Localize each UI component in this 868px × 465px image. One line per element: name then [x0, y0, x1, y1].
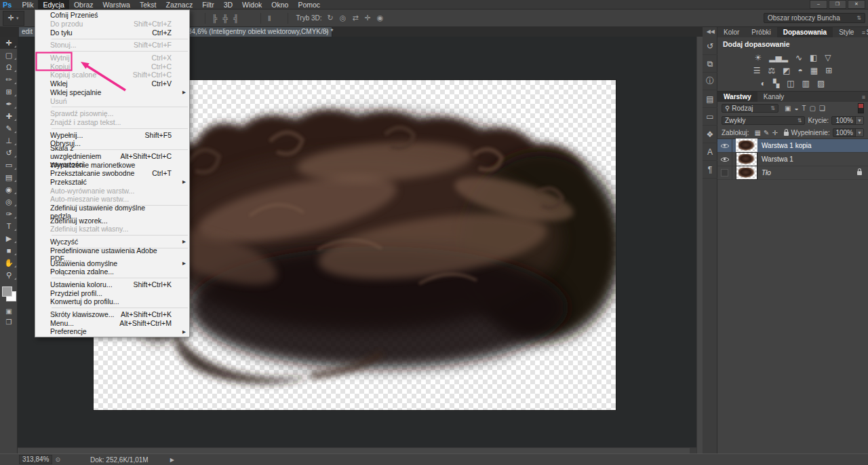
jasnosc-kontrast-icon[interactable]: ☀ — [754, 53, 762, 62]
hand-tool[interactable]: ✋ — [0, 257, 18, 269]
edit-menu-item[interactable]: Skróty klawiszowe... Alt+Shift+Ctrl+K ▶ — [35, 310, 189, 319]
horizontal-scrollbar[interactable] — [18, 447, 696, 453]
edit-menu-item[interactable]: Wypaczenie marionetkowe ▶ — [35, 160, 189, 169]
workspace-dropdown[interactable]: Obszar roboczy Buncha ⇅ — [764, 13, 865, 23]
edit-menu-item[interactable]: Wytnij Ctrl+X ▶ — [35, 54, 189, 62]
fill-field[interactable]: 100% ▼ — [833, 128, 864, 137]
crop-tool[interactable]: ⊞ — [0, 86, 18, 98]
barwa-nasycenie-icon[interactable]: ☰ — [753, 66, 761, 75]
odwroc-icon[interactable]: ◐ — [761, 79, 766, 88]
dodge-tool[interactable]: ◎ — [0, 196, 18, 208]
edit-menu-item[interactable]: Ustawienia koloru... Shift+Ctrl+K ▶ — [35, 280, 189, 289]
path-selection-tool[interactable]: ▶ — [0, 232, 18, 244]
menubar-item[interactable]: Obraz — [69, 0, 98, 10]
edit-menu-item[interactable]: Wklej specjalnie ▶ — [35, 88, 189, 97]
edit-menu-item[interactable]: Sprawdź pisownię... ▶ — [35, 109, 189, 118]
ekspozycja-icon[interactable]: ◧ — [810, 53, 817, 62]
healing-brush-tool[interactable]: ✚ — [0, 110, 18, 122]
shape-tool[interactable]: ■ — [0, 244, 18, 257]
menubar-item[interactable]: Filtr — [197, 0, 219, 10]
tab-close-icon[interactable]: × — [325, 27, 328, 37]
menubar-item[interactable]: Zaznacz — [161, 0, 197, 10]
filter-toggle-switch[interactable] — [858, 103, 864, 113]
jaskrawosc-icon[interactable]: ▽ — [825, 53, 831, 62]
panel-tab[interactable]: Próbki — [745, 27, 776, 37]
panel-menu-icon[interactable]: ≡ — [862, 94, 865, 100]
historia-icon[interactable]: ↺ — [703, 37, 717, 55]
layer-row[interactable]: Tło — [717, 166, 868, 180]
lock-all-icon[interactable] — [784, 132, 789, 136]
close-icon[interactable]: ✕ — [848, 0, 865, 9]
blur-tool[interactable]: ◉ — [0, 183, 18, 196]
edit-menu-item[interactable]: Usuń ▶ — [35, 96, 189, 105]
menubar-item[interactable]: Pomoc — [293, 0, 325, 10]
type-tool[interactable]: T — [0, 220, 18, 232]
edit-menu-item[interactable]: Auto-mieszanie warstw... ▶ — [35, 195, 189, 204]
filtr-fotograficzny-icon[interactable]: ◓ — [798, 66, 803, 75]
wyszukiwanie-kolorow-icon[interactable]: ⊞ — [825, 66, 832, 75]
edit-menu-item[interactable]: Znajdź i zastąp tekst... ▶ — [35, 118, 189, 127]
layer-filter-dropdown[interactable]: ⚲ Rodzaj ⇅ — [722, 104, 778, 113]
visibility-toggle[interactable] — [717, 166, 732, 179]
visibility-toggle[interactable] — [717, 139, 732, 152]
opacity-field[interactable]: 100% ▼ — [831, 116, 864, 125]
panel-tab[interactable]: Kolor — [717, 27, 745, 37]
edit-menu-item[interactable]: Zdefiniuj wzorek... ▶ — [35, 216, 189, 225]
mode-3d-icon[interactable]: ✛ — [365, 14, 371, 22]
history-brush-tool[interactable]: ↺ — [0, 147, 18, 159]
distribute-icon[interactable]: ╣ — [233, 14, 239, 22]
histogram-icon[interactable]: ▤ — [703, 90, 717, 108]
balans-kolorow-icon[interactable]: ⚖ — [768, 66, 776, 75]
filtr-dopasowania-icon[interactable]: ◒ — [794, 105, 798, 112]
edit-menu-item[interactable]: Przekształcanie swobodne Ctrl+T ▶ — [35, 169, 189, 178]
panel-tab[interactable]: Dopasowania — [777, 27, 833, 37]
distribute-icon[interactable]: ╬ — [222, 14, 228, 22]
pen-tool[interactable]: ✑ — [0, 208, 18, 220]
edit-menu-item[interactable]: Połączenia zdalne... ▶ — [35, 267, 189, 276]
edit-menu-item[interactable]: Menu... Alt+Shift+Ctrl+M ▶ — [35, 318, 189, 327]
blend-mode-dropdown[interactable]: Zwykły ⇅ — [722, 116, 805, 125]
edit-menu-item[interactable]: Przydziel profil... ▶ — [35, 289, 189, 297]
edit-menu-item[interactable]: Do tyłu Ctrl+Z ▶ — [35, 28, 189, 37]
visibility-toggle[interactable] — [717, 153, 732, 166]
panel-menu-icon[interactable]: ≡ — [862, 29, 865, 36]
prog-icon[interactable]: ◫ — [787, 79, 794, 88]
edit-menu-item[interactable]: Predefiniowane ustawienia Adobe PDF... ▶ — [35, 250, 189, 259]
distribute-icon[interactable]: ‖ — [268, 14, 271, 22]
menubar-item[interactable]: 3D — [219, 0, 237, 10]
menubar-item[interactable]: Warstwa — [98, 0, 135, 10]
akapit-icon[interactable]: ¶ — [703, 161, 717, 179]
filtr-piksele-icon[interactable]: ▣ — [785, 105, 791, 112]
chevron-down-icon[interactable]: ▼ — [855, 116, 863, 125]
zablokuj-piksele-icon[interactable]: ✎ — [764, 129, 769, 136]
lasso-tool[interactable]: Ω — [0, 61, 18, 73]
edit-menu-item[interactable]: Zdefiniuj ustawienie domyślne pędzla... … — [35, 208, 189, 217]
czarno-bialy-icon[interactable]: ◩ — [783, 66, 790, 75]
edit-menu-item[interactable]: Do przodu Shift+Ctrl+Z ▶ — [35, 20, 189, 29]
zablokuj-polozenie-icon[interactable]: ✛ — [772, 129, 777, 136]
quick-selection-tool[interactable]: ✏ — [0, 73, 18, 86]
edit-menu-item[interactable]: Zdefiniuj kształt własny... ▶ — [35, 225, 189, 234]
edit-menu-item[interactable]: Skala z uwzględnieniem zawartości Alt+Sh… — [35, 152, 189, 161]
panel-tab[interactable]: Style — [833, 27, 860, 37]
edit-menu-item[interactable]: Kopiuj Ctrl+C ▶ — [35, 62, 189, 71]
menubar-item[interactable]: Widok — [237, 0, 267, 10]
chevron-down-icon[interactable]: ▼ — [855, 128, 863, 137]
panel-tab[interactable]: Kanały — [757, 92, 791, 102]
mapa-gradientu-icon[interactable]: ▥ — [802, 79, 810, 88]
edit-menu-item[interactable]: Ustawienia domyślne ▶ — [35, 259, 189, 267]
eraser-tool[interactable]: ▭ — [0, 159, 18, 171]
poziomy-icon[interactable]: ▂▅▂ — [769, 53, 788, 62]
3d-icon[interactable]: ❖ — [703, 126, 717, 143]
posteryzuj-icon[interactable]: ▚ — [773, 79, 779, 88]
menubar-item[interactable]: Tekst — [135, 0, 161, 10]
foreground-color-swatch[interactable] — [2, 286, 12, 297]
menubar-item[interactable]: Plik — [17, 0, 38, 10]
quick-mask-button[interactable]: ▣ — [0, 305, 18, 316]
informacje-icon[interactable]: ⓘ — [703, 73, 717, 90]
mieszanie-kanalow-icon[interactable]: ▦ — [810, 66, 818, 75]
brush-tool[interactable]: ✎ — [0, 122, 18, 134]
mode-3d-icon[interactable]: ⇄ — [352, 14, 358, 22]
restore-icon[interactable]: ❐ — [829, 0, 846, 9]
menubar-item[interactable]: Okno — [267, 0, 293, 10]
